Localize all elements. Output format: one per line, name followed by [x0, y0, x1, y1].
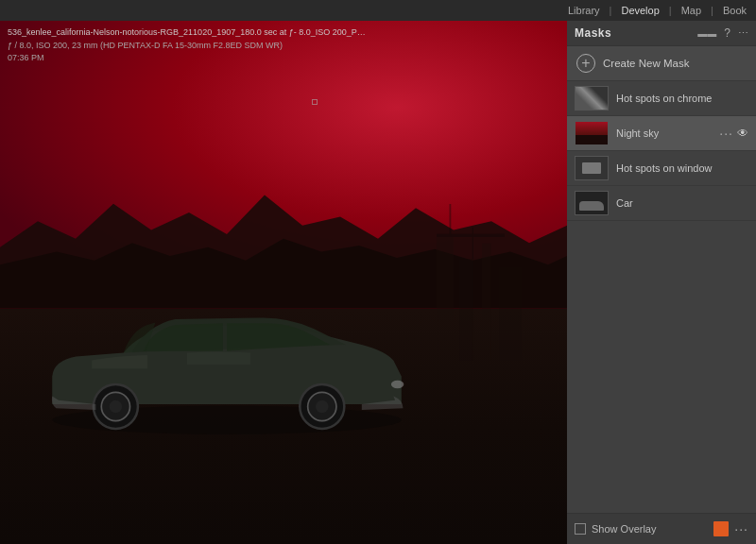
svg-rect-1	[459, 259, 472, 361]
mask-thumb-hotspot-window	[575, 156, 609, 180]
mask-name-night-sky: Night sky	[616, 128, 712, 139]
photo-background	[0, 21, 567, 544]
bg-structures	[425, 204, 539, 361]
masks-settings-icon[interactable]: ⋯	[738, 27, 748, 40]
svg-rect-2	[482, 243, 491, 361]
photo-meta-line2: 07:36 PM	[8, 52, 367, 65]
overlay-checkbox[interactable]	[575, 523, 586, 535]
mask-thumb-car	[575, 191, 609, 215]
overlay-label: Show Overlay	[592, 523, 708, 535]
mask-actions-night-sky: ··· 👁	[719, 126, 748, 141]
car-silhouette	[28, 256, 425, 466]
photo-filename: 536_kenlee_california-Nelson-notorious-R…	[8, 26, 367, 40]
nav-separator-3: |	[711, 5, 713, 16]
nav-separator-1: |	[610, 5, 612, 16]
mask-thumb-night-sky	[575, 121, 609, 145]
svg-point-13	[316, 400, 328, 413]
masks-panel: Masks ▬▬ ? ⋯ + Create New Mask Hot spots…	[567, 21, 756, 544]
mask-dots-night-sky[interactable]: ···	[719, 126, 733, 141]
mask-name-hotspot-window: Hot spots on window	[616, 162, 748, 174]
masks-panel-title: Masks	[575, 26, 611, 40]
mask-item-car[interactable]: Car	[567, 186, 756, 221]
mask-item-night-sky[interactable]: Night sky ··· 👁	[567, 116, 756, 151]
nav-develop[interactable]: Develop	[621, 5, 659, 16]
plus-circle-icon: +	[576, 54, 595, 73]
overlay-more-options[interactable]: ···	[734, 521, 748, 536]
photo-meta-line1: ƒ / 8.0, ISO 200, 23 mm (HD PENTAX-D FA …	[8, 40, 367, 53]
overlay-color-swatch[interactable]	[713, 521, 729, 536]
mask-name-hotspot-chrome: Hot spots on chrome	[616, 93, 748, 104]
show-overlay-footer: Show Overlay ···	[567, 513, 756, 544]
nav-library[interactable]: Library	[568, 5, 600, 16]
svg-rect-0	[437, 235, 454, 361]
nav-book[interactable]: Book	[723, 5, 747, 16]
masks-list: Hot spots on chrome Night sky ··· 👁 Hot …	[567, 81, 756, 513]
mask-eye-icon-night-sky[interactable]: 👁	[737, 127, 748, 140]
mask-item-hotspot-chrome[interactable]: Hot spots on chrome	[567, 81, 756, 116]
photo-area: 536_kenlee_california-Nelson-notorious-R…	[0, 21, 567, 544]
masks-header-icons: ▬▬ ? ⋯	[697, 26, 748, 40]
masks-help-icon[interactable]: ?	[724, 26, 730, 40]
mask-item-hotspot-window[interactable]: Hot spots on window	[567, 151, 756, 186]
photo-metadata: 536_kenlee_california-Nelson-notorious-R…	[8, 26, 367, 65]
top-nav-bar: Library | Develop | Map | Book	[0, 0, 756, 21]
create-mask-label: Create New Mask	[603, 58, 689, 69]
nav-map[interactable]: Map	[681, 5, 701, 16]
mask-name-car: Car	[616, 197, 748, 209]
plus-icon: +	[581, 56, 590, 71]
masks-panel-header: Masks ▬▬ ? ⋯	[567, 21, 756, 46]
svg-point-14	[391, 381, 404, 388]
nav-separator-2: |	[669, 5, 672, 16]
masks-slider-icon[interactable]: ▬▬	[697, 28, 716, 39]
svg-point-10	[110, 400, 122, 413]
mask-thumb-hotspot-chrome	[575, 86, 609, 110]
svg-rect-3	[499, 266, 522, 361]
create-new-mask-button[interactable]: + Create New Mask	[567, 46, 756, 81]
center-indicator	[312, 99, 318, 105]
